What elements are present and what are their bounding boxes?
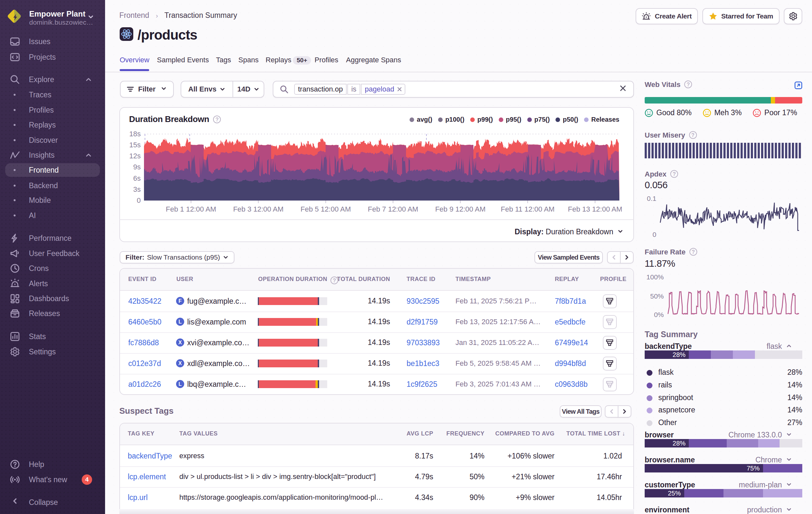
svg-text:50%: 50% bbox=[650, 292, 664, 300]
svg-text:0.1: 0.1 bbox=[647, 195, 656, 202]
svg-text:100%: 100% bbox=[646, 273, 664, 281]
svg-text:0: 0 bbox=[652, 231, 656, 238]
svg-text:0%: 0% bbox=[654, 311, 664, 318]
